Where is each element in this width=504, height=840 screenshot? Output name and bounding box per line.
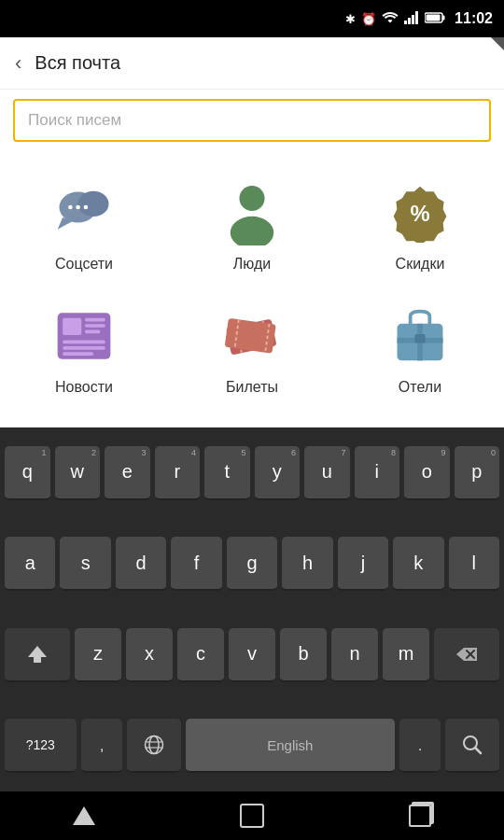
nav-home-button[interactable]	[224, 797, 280, 834]
hotels-icon	[386, 302, 454, 370]
keyboard-row-3: z x c v b n m	[0, 609, 504, 701]
key-f[interactable]: f	[171, 537, 221, 591]
key-space[interactable]: English	[186, 719, 395, 773]
key-w[interactable]: 2w	[55, 446, 101, 500]
category-hotels[interactable]: Отели	[336, 289, 504, 413]
key-z[interactable]: z	[75, 628, 121, 682]
key-k[interactable]: k	[393, 537, 443, 591]
status-time: 11:02	[455, 10, 493, 27]
discount-label: Скидки	[396, 256, 445, 273]
svg-rect-19	[85, 324, 105, 328]
tickets-label: Билеты	[226, 379, 278, 396]
key-period[interactable]: .	[399, 719, 441, 773]
status-icons: ✱ ⏰ 11:02	[345, 10, 493, 27]
page-title: Вся почта	[35, 52, 120, 74]
people-icon	[218, 179, 286, 246]
svg-point-12	[84, 205, 89, 210]
key-a[interactable]: a	[5, 537, 55, 591]
alarm-icon: ⏰	[361, 12, 376, 26]
categories-grid: Соцсети Люди % Скидки	[0, 151, 504, 422]
svg-rect-21	[63, 341, 105, 344]
svg-rect-2	[412, 15, 414, 24]
key-d[interactable]: d	[116, 537, 166, 591]
key-r[interactable]: 4r	[155, 446, 201, 500]
category-social[interactable]: Соцсети	[0, 166, 168, 289]
key-backspace[interactable]	[434, 628, 499, 682]
category-people[interactable]: Люди	[168, 166, 336, 289]
social-label: Соцсети	[55, 256, 113, 273]
signal-icon	[404, 11, 419, 27]
key-t[interactable]: 5t	[204, 446, 250, 500]
keyboard-row-2: a s d f g h j k l	[0, 519, 504, 610]
svg-rect-20	[85, 330, 100, 334]
svg-rect-5	[442, 15, 445, 20]
key-search[interactable]	[445, 719, 499, 773]
svg-rect-0	[404, 21, 407, 24]
hotels-label: Отели	[399, 379, 441, 396]
svg-point-37	[146, 736, 163, 754]
search-input[interactable]	[13, 99, 491, 142]
svg-text:%: %	[410, 201, 429, 226]
svg-rect-23	[63, 352, 93, 356]
svg-marker-34	[28, 646, 47, 663]
key-symbols[interactable]: ?123	[5, 719, 77, 773]
key-v[interactable]: v	[229, 628, 275, 682]
key-s[interactable]: s	[60, 537, 110, 591]
key-b[interactable]: b	[280, 628, 327, 682]
svg-point-38	[149, 736, 159, 754]
category-tickets[interactable]: Билеты	[168, 289, 336, 413]
key-globe[interactable]	[127, 719, 181, 773]
key-i[interactable]: 8i	[355, 446, 400, 500]
back-button[interactable]: ‹	[15, 51, 21, 76]
svg-rect-33	[414, 334, 425, 343]
people-label: Люди	[233, 256, 271, 273]
svg-line-42	[475, 748, 481, 753]
tickets-icon	[218, 302, 286, 370]
triangle-indicator	[491, 37, 504, 50]
wifi-icon	[382, 11, 399, 27]
nav-bar	[0, 791, 504, 840]
svg-rect-6	[427, 14, 441, 21]
key-g[interactable]: g	[227, 537, 277, 591]
svg-point-10	[68, 205, 73, 210]
key-j[interactable]: j	[338, 537, 388, 591]
news-icon	[50, 302, 118, 370]
discount-icon: %	[386, 179, 454, 246]
key-h[interactable]: h	[282, 537, 332, 591]
key-m[interactable]: m	[383, 628, 429, 682]
top-bar: ‹ Вся почта	[0, 37, 504, 90]
news-label: Новости	[55, 379, 113, 396]
search-bar-wrapper	[0, 90, 504, 151]
category-discount[interactable]: % Скидки	[336, 166, 504, 289]
key-comma[interactable]: ,	[81, 719, 123, 773]
key-x[interactable]: x	[126, 628, 173, 682]
svg-point-11	[76, 205, 80, 210]
status-bar: ✱ ⏰ 11:02	[0, 0, 504, 37]
key-c[interactable]: c	[177, 628, 224, 682]
key-n[interactable]: n	[331, 628, 378, 682]
svg-rect-22	[63, 346, 105, 350]
category-news[interactable]: Новости	[0, 289, 168, 413]
svg-point-14	[231, 217, 273, 245]
social-icon	[50, 179, 118, 246]
key-l[interactable]: l	[449, 537, 499, 591]
key-u[interactable]: 7u	[304, 446, 350, 500]
key-q[interactable]: 1q	[5, 446, 50, 500]
svg-point-13	[239, 186, 264, 211]
nav-recents-button[interactable]	[392, 797, 448, 834]
key-shift[interactable]	[5, 628, 70, 682]
battery-icon	[425, 12, 445, 26]
nav-back-button[interactable]	[56, 797, 112, 834]
key-p[interactable]: 0p	[455, 446, 500, 500]
svg-rect-3	[415, 11, 418, 24]
keyboard-row-4: ?123 , English .	[0, 701, 504, 792]
svg-rect-1	[408, 18, 411, 24]
key-e[interactable]: 3e	[105, 446, 150, 500]
svg-point-9	[78, 191, 109, 217]
keyboard: 1q 2w 3e 4r 5t 6y 7u 8i 9o 0p a s d f g …	[0, 427, 504, 791]
keyboard-row-1: 1q 2w 3e 4r 5t 6y 7u 8i 9o 0p	[0, 427, 504, 519]
svg-rect-18	[85, 318, 105, 322]
bluetooth-icon: ✱	[345, 12, 356, 26]
key-o[interactable]: 9o	[404, 446, 450, 500]
key-y[interactable]: 6y	[255, 446, 301, 500]
